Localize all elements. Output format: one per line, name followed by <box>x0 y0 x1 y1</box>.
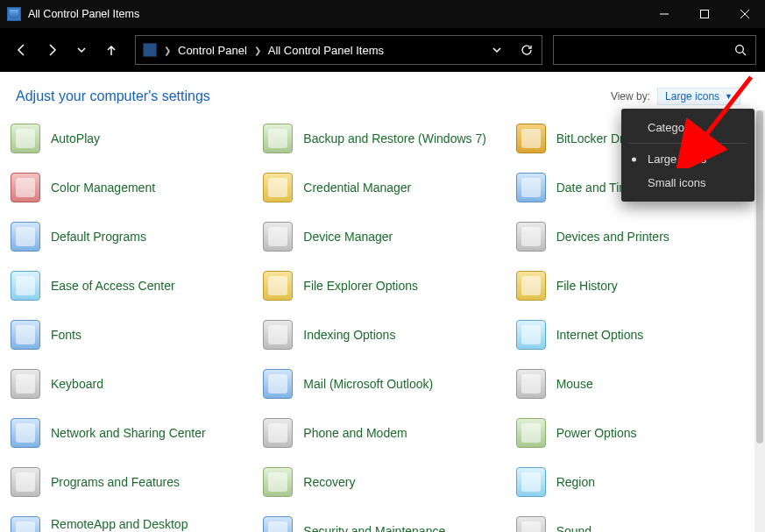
cpl-item-icon <box>11 516 40 532</box>
cpl-item[interactable]: Mouse <box>516 366 760 401</box>
cpl-item-icon <box>263 173 293 202</box>
cpl-item-icon <box>516 467 546 497</box>
cpl-item-label: Programs and Features <box>51 475 180 489</box>
cpl-item-label: Power Options <box>556 426 637 440</box>
cpl-item[interactable]: Phone and Modem <box>263 415 506 450</box>
search-box[interactable] <box>553 35 756 65</box>
breadcrumb-control-panel[interactable]: Control Panel <box>173 36 252 64</box>
cpl-item-label: Credential Manager <box>303 181 411 195</box>
cpl-item-label: Network and Sharing Center <box>51 426 206 440</box>
cpl-item[interactable]: RemoteApp and Desktop Connections <box>11 514 254 532</box>
cpl-item-label: Color Management <box>51 181 155 195</box>
cpl-item-icon <box>11 369 40 399</box>
content-area: Adjust your computer's settings View by:… <box>0 72 765 532</box>
svg-point-1 <box>736 46 744 53</box>
cpl-item-icon <box>516 369 546 399</box>
cpl-item[interactable]: Backup and Restore (Windows 7) <box>263 121 506 156</box>
view-by-menu: Category Large icons Small icons <box>621 109 754 202</box>
cpl-item-label: Device Manager <box>303 230 393 244</box>
cpl-item[interactable]: Devices and Printers <box>516 219 760 254</box>
view-by-label: View by: <box>611 90 650 103</box>
cpl-item[interactable]: Default Programs <box>11 219 254 254</box>
menu-option-category[interactable]: Category <box>621 116 754 139</box>
cpl-item-icon <box>516 124 546 153</box>
forward-button[interactable] <box>39 37 65 63</box>
cpl-item[interactable]: Region <box>516 465 760 500</box>
cpl-item-label: Recovery <box>303 475 355 489</box>
cpl-item[interactable]: Security and Maintenance <box>263 514 506 532</box>
cpl-item-label: Default Programs <box>51 230 146 244</box>
cpl-item-icon <box>11 124 40 153</box>
maximize-button[interactable] <box>684 0 725 28</box>
cpl-item[interactable]: Ease of Access Center <box>11 268 254 303</box>
cpl-item-label: Internet Options <box>556 328 644 342</box>
cpl-item[interactable]: File History <box>516 268 760 303</box>
cpl-item[interactable]: Programs and Features <box>11 465 254 500</box>
cpl-item-label: Sound <box>556 524 591 532</box>
search-icon[interactable] <box>726 36 755 64</box>
cpl-item-label: Phone and Modem <box>303 426 407 440</box>
address-icon <box>143 43 157 57</box>
menu-option-small-icons[interactable]: Small icons <box>621 171 754 195</box>
refresh-button[interactable] <box>512 36 542 64</box>
navbar: ❯ Control Panel ❯ All Control Panel Item… <box>0 28 765 72</box>
cpl-item-icon <box>263 320 293 350</box>
cpl-item[interactable]: Network and Sharing Center <box>11 415 254 450</box>
cpl-item-label: File History <box>556 279 618 293</box>
cpl-item[interactable]: Mail (Microsoft Outlook) <box>263 366 506 401</box>
cpl-item-icon <box>263 467 293 497</box>
cpl-item[interactable]: Indexing Options <box>263 317 506 352</box>
cpl-item[interactable]: Credential Manager <box>263 170 506 205</box>
address-bar[interactable]: ❯ Control Panel ❯ All Control Panel Item… <box>135 35 542 65</box>
cpl-item-icon <box>516 320 546 350</box>
titlebar: All Control Panel Items <box>0 0 765 28</box>
back-button[interactable] <box>9 37 35 63</box>
cpl-item[interactable]: Power Options <box>516 415 760 450</box>
chevron-right-icon[interactable]: ❯ <box>252 46 263 55</box>
recent-locations-button[interactable] <box>68 37 95 63</box>
chevron-down-icon: ▼ <box>725 92 733 101</box>
view-by-select[interactable]: Large icons ▼ <box>657 88 740 105</box>
scrollbar-thumb[interactable] <box>756 110 763 443</box>
cpl-item[interactable]: Color Management <box>11 170 254 205</box>
cpl-item[interactable]: Recovery <box>263 465 506 500</box>
cpl-item-icon <box>11 418 40 448</box>
cpl-item-icon <box>263 418 293 448</box>
cpl-item-icon <box>263 222 293 252</box>
menu-divider <box>628 143 747 144</box>
cpl-item[interactable]: Internet Options <box>516 317 760 352</box>
cpl-item[interactable]: File Explorer Options <box>263 268 506 303</box>
minimize-button[interactable] <box>644 0 684 28</box>
cpl-item-icon <box>263 271 293 301</box>
content-header: Adjust your computer's settings View by:… <box>0 72 765 112</box>
cpl-item-label: RemoteApp and Desktop Connections <box>51 517 254 532</box>
cpl-item-label: Keyboard <box>51 377 103 391</box>
cpl-item-icon <box>263 124 293 153</box>
cpl-item-label: AutoPlay <box>51 131 100 145</box>
address-dropdown-button[interactable] <box>482 36 512 64</box>
cpl-item-icon <box>263 516 293 532</box>
menu-option-large-icons[interactable]: Large icons <box>621 147 754 171</box>
cpl-item[interactable]: Device Manager <box>263 219 506 254</box>
view-by-current: Large icons <box>665 90 719 103</box>
cpl-item[interactable]: AutoPlay <box>11 121 254 156</box>
cpl-item-icon <box>516 516 546 532</box>
cpl-item-label: Fonts <box>51 328 81 342</box>
up-button[interactable] <box>98 37 124 63</box>
breadcrumb-all-items[interactable]: All Control Panel Items <box>263 36 389 64</box>
page-heading: Adjust your computer's settings <box>16 89 611 104</box>
cpl-item[interactable]: Sound <box>516 514 760 532</box>
svg-rect-0 <box>701 11 709 18</box>
cpl-item-label: Devices and Printers <box>556 230 669 244</box>
cpl-item-icon <box>11 320 40 350</box>
cpl-item[interactable]: Fonts <box>11 317 254 352</box>
control-panel-icon <box>7 7 21 21</box>
chevron-right-icon[interactable]: ❯ <box>162 46 173 55</box>
scrollbar[interactable] <box>754 110 765 532</box>
cpl-item[interactable]: Keyboard <box>11 366 254 401</box>
cpl-item-label: Ease of Access Center <box>51 279 175 293</box>
cpl-item-icon <box>11 173 40 202</box>
cpl-item-icon <box>516 418 546 448</box>
cpl-item-label: Backup and Restore (Windows 7) <box>303 131 486 145</box>
close-button[interactable] <box>725 0 765 28</box>
